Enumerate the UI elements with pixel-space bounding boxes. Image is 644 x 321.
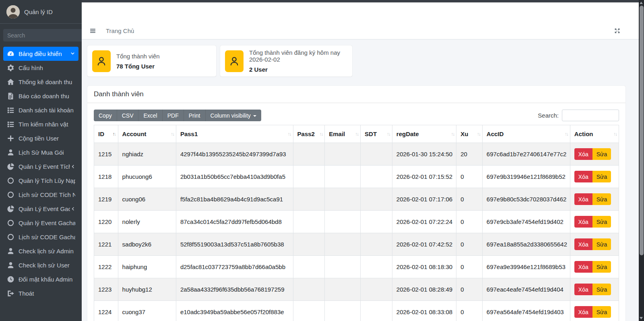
sidebar-item[interactable]: Tìm kiếm nhân vật <box>3 117 78 131</box>
column-header-pass1[interactable]: Pass1↑↓ <box>176 125 293 143</box>
cell-pass1: d25fac81c037723759a8bb7d66a0a5bb <box>176 256 293 278</box>
table-search-input[interactable] <box>562 110 619 121</box>
sidebar-item[interactable]: Quản lý Event Gacha <box>3 216 78 230</box>
column-header-pass2[interactable]: Pass2↑↓ <box>293 125 325 143</box>
scroll-down-arrow[interactable] <box>640 317 643 319</box>
cell-email <box>325 256 361 278</box>
delete-button[interactable]: Xóa <box>574 238 592 250</box>
sidebar-item[interactable]: Lịch sử CODE Gacha <box>3 230 78 244</box>
cell-pass1: e10adc3949ba59abbe56e057f20f883e <box>176 301 293 321</box>
cell-email <box>325 166 361 188</box>
scroll-up-arrow[interactable] <box>640 2 643 4</box>
copy-button[interactable]: Copy <box>94 110 117 121</box>
edit-button[interactable]: Sửa <box>592 284 611 295</box>
sidebar-item-label: Quản lý Tích Lũy Nạp <box>19 177 75 184</box>
datatable-toolbar: Copy CSV Excel PDF Print Column visibili… <box>94 110 619 121</box>
column-header-accid[interactable]: AccID↑↓ <box>482 125 570 143</box>
menu-toggle-button[interactable] <box>89 27 96 34</box>
app-window: Quản lý ID Bảng điều khiểnCấu hìnhThống … <box>0 0 644 321</box>
cell-xu: 0 <box>456 166 483 188</box>
cell-regdate: 2026-02-01 08:33:08 <box>392 301 456 321</box>
column-header-action[interactable]: Action↑↓ <box>570 125 619 143</box>
sidebar-item[interactable]: Danh sách tài khoản <box>3 103 78 117</box>
column-header-account[interactable]: Account↑↓ <box>118 125 176 143</box>
sidebar-item[interactable]: Báo cáo doanh thu <box>3 89 78 103</box>
scrollbar-thumb[interactable] <box>640 6 644 255</box>
column-header-regdate[interactable]: regDate↑↓ <box>392 125 456 143</box>
edit-button[interactable]: Sửa <box>592 171 611 182</box>
sidebar-item-label: Thống kê doanh thu <box>19 79 75 85</box>
cell-accid: 697ea9e39946e121f8689b53 <box>482 256 570 278</box>
sidebar-search-input[interactable] <box>3 29 82 41</box>
edit-button[interactable]: Sửa <box>592 238 611 250</box>
chevron-left-icon <box>70 164 75 169</box>
excel-button[interactable]: Excel <box>138 110 162 121</box>
stat-card-title: Tổng thành viên <box>116 53 160 60</box>
table-row: 1218phucuong62b031a1b50b65cc7ebba410a3d9… <box>94 166 619 188</box>
column-header-sdt[interactable]: SDT↑↓ <box>361 125 392 143</box>
sidebar-item[interactable]: Thoát <box>3 286 78 300</box>
cell-account: nghiadz <box>118 143 176 166</box>
edit-button[interactable]: Sửa <box>592 193 611 205</box>
cell-actions: XóaSửa <box>570 166 619 188</box>
cell-email <box>325 211 361 233</box>
sidebar-item[interactable]: Cộng tiền User <box>3 131 78 145</box>
column-header-id[interactable]: ID↑↓ <box>94 125 118 143</box>
edit-button[interactable]: Sửa <box>592 306 611 318</box>
breadcrumb[interactable]: Trang Chủ <box>106 27 134 34</box>
cell-accid: 697e9b319946e121f8689b52 <box>482 166 570 188</box>
delete-button[interactable]: Xóa <box>574 193 592 205</box>
sidebar-item-label: Thoát <box>19 290 75 297</box>
delete-button[interactable]: Xóa <box>574 148 592 160</box>
pie-icon <box>7 163 14 170</box>
edit-button[interactable]: Sửa <box>592 261 611 273</box>
cell-pass1: 87ca34c014c5fa27dd97fefb5d064bd8 <box>176 211 293 233</box>
csv-button[interactable]: CSV <box>117 110 138 121</box>
circle-icon <box>7 219 14 227</box>
edit-button[interactable]: Sửa <box>592 216 611 228</box>
pdf-button[interactable]: PDF <box>162 110 184 121</box>
cell-pass1: 2a58aa4332f96f635dbb56a768197259 <box>176 278 293 301</box>
sidebar-item[interactable]: Check lịch sử User <box>3 258 78 272</box>
sidebar-item[interactable]: Đổi mật khẩu Admin <box>3 272 78 286</box>
delete-button[interactable]: Xóa <box>574 261 592 273</box>
sidebar-item[interactable]: Quản lý Tích Lũy Nạp <box>3 174 78 188</box>
sidebar-item[interactable]: Lịch sử CODE Tích Nạp <box>3 188 78 202</box>
column-header-email[interactable]: Email↑↓ <box>325 125 361 143</box>
column-header-xu[interactable]: Xu↑↓ <box>456 125 483 143</box>
sidebar-item[interactable]: Cấu hình <box>3 61 78 75</box>
cell-account: haiphung <box>118 256 176 278</box>
cell-pass1: f5fa2c81ba4b8629a4b4c91d9ac5ca91 <box>176 188 293 211</box>
cell-pass1: 4297f44b13955235245b2497399d7a93 <box>176 143 293 166</box>
print-button[interactable]: Print <box>184 110 205 121</box>
table-body: 1215nghiadz4297f44b13955235245b2497399d7… <box>94 143 619 321</box>
cell-id: 1222 <box>94 256 118 278</box>
sidebar-item[interactable]: Check lịch sử Admin <box>3 244 78 258</box>
cell-actions: XóaSửa <box>570 188 619 211</box>
sidebar-item-label: Check lịch sử Admin <box>19 248 75 255</box>
sidebar-item[interactable]: Quản Lý Event Tích Nạp <box>3 159 78 174</box>
fullscreen-button[interactable] <box>614 27 621 34</box>
stat-cards-row: Tổng thành viên 78 Tổng User Tổng thành … <box>87 46 625 77</box>
sidebar-item[interactable]: Quản Lý Event Gacha <box>3 202 78 216</box>
sidebar-item[interactable]: Thống kê doanh thu <box>3 75 78 89</box>
user-icon <box>7 149 14 156</box>
delete-button[interactable]: Xóa <box>574 306 592 318</box>
cell-regdate: 2026-01-30 15:24:50 <box>392 143 456 166</box>
cell-xu: 0 <box>456 301 483 321</box>
delete-button[interactable]: Xóa <box>574 216 592 228</box>
sidebar-item[interactable]: Lịch Sử Mua Gói <box>3 145 78 159</box>
cell-xu: 0 <box>456 233 483 256</box>
vertical-scrollbar[interactable] <box>639 0 644 321</box>
cell-accid: 697e9b80c53dc7028037d462 <box>482 188 570 211</box>
cell-regdate: 2026-02-01 07:22:24 <box>392 211 456 233</box>
delete-button[interactable]: Xóa <box>574 284 592 295</box>
expand-icon <box>614 27 621 34</box>
sidebar-item[interactable]: Bảng điều khiển <box>3 47 78 61</box>
column-visibility-dropdown[interactable]: Column visibility <box>205 110 261 121</box>
table-search-label: Search: <box>538 112 559 119</box>
cell-account: cuong37 <box>118 301 176 321</box>
delete-button[interactable]: Xóa <box>574 171 592 182</box>
edit-button[interactable]: Sửa <box>592 148 611 160</box>
cell-xu: 0 <box>456 256 483 278</box>
